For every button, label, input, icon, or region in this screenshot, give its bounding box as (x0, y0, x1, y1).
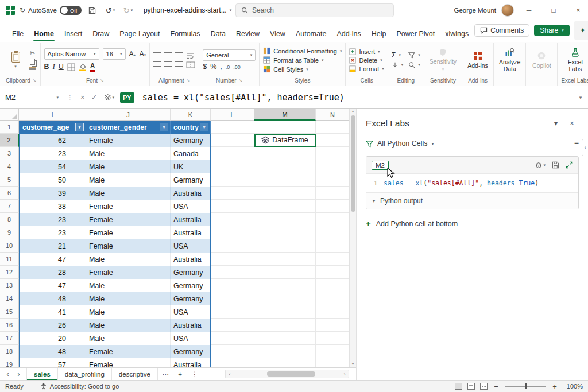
cell[interactable] (211, 358, 254, 367)
menu-tab-review[interactable]: Review (231, 27, 265, 42)
insert-cells-button[interactable]: Insert▾ (349, 48, 384, 55)
autosum-button[interactable]: Σ▾ (392, 52, 404, 59)
hscroll-thumb[interactable] (267, 371, 315, 377)
cell-age[interactable]: 38 (19, 200, 86, 213)
cell-gender[interactable]: Female (86, 213, 171, 226)
font-color-icon[interactable]: A (90, 62, 95, 72)
sort-filter-button[interactable]: ▾ (408, 52, 420, 59)
cell-age[interactable]: 23 (19, 226, 86, 239)
excel-labs-button[interactable]: Excel Labs (561, 47, 588, 73)
cell[interactable] (254, 292, 316, 305)
cell[interactable] (316, 253, 349, 266)
cell-country[interactable]: Australia (171, 319, 211, 332)
hscroll-left-icon[interactable]: ‹ (226, 371, 234, 377)
align-right-icon[interactable] (175, 61, 183, 68)
fill-button[interactable]: ▾ (392, 61, 404, 68)
row-header-14[interactable]: 14 (0, 292, 19, 305)
cell[interactable] (254, 266, 316, 279)
sheet-tab-sales[interactable]: sales (26, 368, 58, 380)
cell-age[interactable]: 47 (19, 279, 86, 292)
row-header-1[interactable]: 1 (0, 121, 19, 134)
avatar[interactable] (501, 4, 514, 17)
page-break-view-icon[interactable] (480, 383, 488, 390)
normal-view-icon[interactable] (455, 383, 462, 390)
cell-age[interactable]: 48 (19, 345, 86, 358)
row-header-7[interactable]: 7 (0, 200, 19, 213)
row-header-8[interactable]: 8 (0, 213, 19, 226)
column-header-m[interactable]: M (254, 109, 316, 121)
excel-app-icon[interactable] (6, 6, 16, 15)
cell-gender[interactable]: Male (86, 253, 171, 266)
vertical-scrollbar[interactable]: ▴ ▾ (349, 109, 356, 367)
horizontal-scrollbar[interactable]: ‹ › (225, 370, 349, 378)
sheet-tab-descriptive[interactable]: descriptive (112, 368, 158, 380)
cell-country[interactable]: Germany (171, 266, 211, 279)
row-header-6[interactable]: 6 (0, 187, 19, 200)
cell[interactable] (211, 345, 254, 358)
dialog-launcher-icon[interactable]: ↘ (187, 78, 191, 83)
menu-tab-automate[interactable]: Automate (291, 27, 332, 42)
sheet-options-icon[interactable]: ⋮ (187, 370, 203, 378)
cell[interactable] (316, 358, 349, 367)
cell-age[interactable]: 41 (19, 305, 86, 319)
cell[interactable] (254, 121, 316, 134)
cell[interactable] (211, 187, 254, 200)
borders-icon[interactable] (67, 63, 75, 71)
select-all-corner[interactable] (0, 109, 19, 121)
undo-button[interactable]: ↺▾ (103, 3, 117, 18)
cell[interactable] (211, 239, 254, 253)
accessibility-status[interactable]: Accessibility: Good to go (40, 383, 119, 390)
cell[interactable] (316, 305, 349, 319)
user-name[interactable]: George Mount (454, 7, 496, 14)
add-ins-button[interactable]: Add-ins (466, 51, 490, 69)
cell-country[interactable]: USA (171, 239, 211, 253)
page-layout-view-icon[interactable] (467, 383, 475, 390)
fill-color-icon[interactable] (79, 63, 87, 71)
add-python-cell-button[interactable]: + Add Python cell at bottom (366, 219, 579, 228)
scrollbar-thumb[interactable] (351, 115, 355, 212)
zoom-level[interactable]: 100% (563, 383, 583, 390)
hscroll-right-icon[interactable]: › (341, 371, 349, 377)
save-cell-icon[interactable] (552, 161, 559, 169)
cell[interactable] (211, 173, 254, 187)
cell-age[interactable]: 47 (19, 253, 86, 266)
cell[interactable] (211, 134, 254, 147)
align-center-icon[interactable] (164, 61, 172, 68)
dialog-launcher-icon[interactable]: ↘ (239, 78, 243, 83)
share-button[interactable]: Share▾ (534, 25, 570, 36)
row-header-16[interactable]: 16 (0, 319, 19, 332)
row-header-12[interactable]: 12 (0, 266, 19, 279)
formula-bar-expand-icon[interactable]: ▾ (573, 86, 588, 108)
enter-icon[interactable]: ✓ (91, 93, 98, 102)
conditional-formatting-button[interactable]: Conditional Formatting▾ (263, 47, 342, 55)
panel-collapse-icon[interactable]: ▾ (549, 117, 563, 130)
cell-age[interactable]: 23 (19, 213, 86, 226)
column-header-j[interactable]: J (86, 109, 171, 121)
cell[interactable] (316, 134, 349, 147)
autosave-switch[interactable]: Off (60, 6, 82, 15)
sheet-tab-data_profiling[interactable]: data_profiling (58, 368, 112, 380)
zoom-in-button[interactable]: + (551, 382, 558, 391)
sheet-nav-right-icon[interactable]: › (13, 370, 24, 378)
cell-country[interactable]: Germany (171, 134, 211, 147)
python-output-toggle[interactable]: ▾ Python output (366, 192, 578, 209)
save-button[interactable] (86, 3, 99, 18)
row-header-15[interactable]: 15 (0, 305, 19, 319)
row-header-9[interactable]: 9 (0, 226, 19, 239)
close-button[interactable]: × (568, 0, 588, 21)
cell[interactable] (254, 279, 316, 292)
cell[interactable] (211, 253, 254, 266)
align-middle-icon[interactable] (164, 52, 172, 59)
cell[interactable] (316, 319, 349, 332)
menu-tab-insert[interactable]: Insert (59, 27, 87, 42)
cell[interactable] (254, 187, 316, 200)
menu-tab-data[interactable]: Data (206, 27, 231, 42)
paste-button[interactable]: ▾ (6, 52, 25, 69)
align-top-icon[interactable] (153, 52, 161, 59)
cell-age[interactable]: 20 (19, 332, 86, 345)
dialog-launcher-icon[interactable]: ↘ (33, 78, 37, 83)
search-input[interactable]: Search (235, 3, 394, 17)
dialog-launcher-icon[interactable]: ↘ (100, 78, 104, 83)
cell-country[interactable]: Australia (171, 187, 211, 200)
merge-center-icon[interactable] (186, 61, 195, 68)
